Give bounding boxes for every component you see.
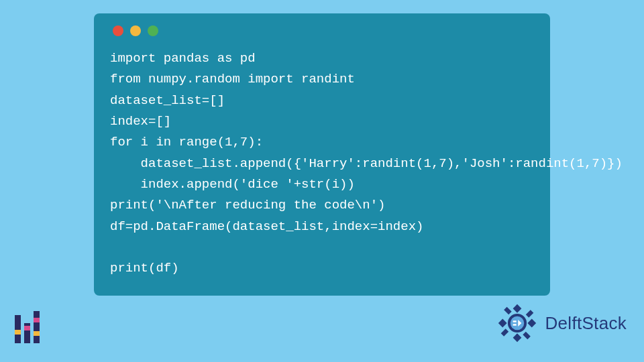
left-logo-icon (15, 310, 43, 343)
minimize-icon (130, 25, 141, 36)
code-window: import pandas as pd from numpy.random im… (94, 13, 550, 296)
brand-logo: DelftStack (496, 302, 627, 345)
code-content: import pandas as pd from numpy.random im… (110, 48, 534, 280)
window-controls (113, 25, 534, 36)
medallion-icon (496, 302, 539, 345)
svg-point-1 (510, 316, 523, 330)
maximize-icon (148, 25, 158, 36)
close-icon (113, 25, 123, 36)
brand-name: DelftStack (545, 313, 627, 334)
